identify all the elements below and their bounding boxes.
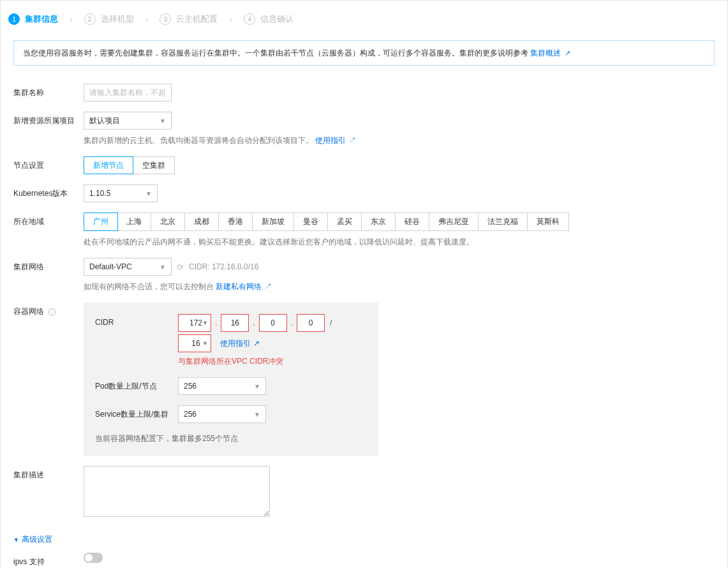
step-2-label: 选择机型 bbox=[101, 13, 134, 25]
region-tab-siliconvalley[interactable]: 硅谷 bbox=[396, 213, 429, 230]
network-select[interactable]: Default-VPC ▼ bbox=[84, 258, 172, 276]
chevron-down-icon: ▼ bbox=[202, 340, 208, 347]
chevron-down-icon: ▼ bbox=[145, 190, 152, 197]
pods-limit-select[interactable]: 256 ▼ bbox=[178, 377, 266, 395]
cidr-dot: . bbox=[251, 318, 256, 327]
cluster-name-input[interactable] bbox=[84, 84, 172, 101]
step-4[interactable]: 4 信息确认 bbox=[244, 13, 293, 25]
step-2[interactable]: 2 选择机型 bbox=[84, 13, 134, 25]
info-banner: 当您使用容器服务时，需要先创建集群，容器服务运行在集群中。一个集群由若干节点（云… bbox=[13, 40, 715, 66]
region-tab-guangzhou[interactable]: 广州 bbox=[84, 213, 118, 231]
step-3-label: 云主机配置 bbox=[176, 13, 218, 25]
network-help-link[interactable]: 新建私有网络 bbox=[216, 282, 262, 291]
k8s-version-select[interactable]: 1.10.5 ▼ bbox=[84, 184, 158, 202]
step-2-number: 2 bbox=[84, 13, 96, 25]
external-link-icon: ↗ bbox=[253, 339, 260, 348]
external-link-icon: ↗ bbox=[565, 49, 570, 57]
step-1-number: 1 bbox=[8, 13, 20, 25]
pods-limit-value: 256 bbox=[184, 382, 197, 391]
cidr-label: CIDR bbox=[95, 314, 178, 327]
cidr-octet-1-select[interactable]: 172 ▼ bbox=[178, 314, 211, 332]
stepper: 1 集群信息 › 2 选择机型 › 3 云主机配置 › 4 信息确认 bbox=[1, 1, 727, 30]
network-label: 集群网络 bbox=[13, 258, 84, 273]
region-help: 处在不同地域的云产品内网不通，购买后不能更换。建议选择靠近您客户的地域，以降低访… bbox=[84, 236, 715, 248]
region-tab-mumbai[interactable]: 孟买 bbox=[328, 213, 362, 230]
container-net-note: 当前容器网络配置下，集群最多255个节点 bbox=[95, 433, 367, 444]
region-tab-beijing[interactable]: 北京 bbox=[151, 213, 185, 230]
cidr-octet-1-value: 172 bbox=[189, 318, 202, 327]
k8s-version-value: 1.10.5 bbox=[89, 189, 110, 198]
network-help: 如现有的网络不合适，您可以去控制台 新建私有网络 ↗ bbox=[84, 281, 715, 292]
step-separator-icon: › bbox=[70, 14, 73, 24]
network-help-text: 如现有的网络不合适，您可以去控制台 bbox=[84, 282, 216, 291]
cidr-error-text: 与集群网络所在VPC CIDR冲突 bbox=[178, 356, 367, 367]
step-separator-icon: › bbox=[145, 14, 149, 24]
region-tab-shanghai[interactable]: 上海 bbox=[117, 213, 151, 230]
cidr-dot: . bbox=[290, 318, 294, 327]
chevron-down-icon: ▼ bbox=[202, 320, 208, 326]
chevron-down-icon: ▼ bbox=[160, 117, 166, 124]
project-select-value: 默认项目 bbox=[89, 116, 120, 126]
pods-limit-label: Pod数量上限/节点 bbox=[95, 381, 178, 392]
refresh-icon[interactable]: ⟳ bbox=[177, 262, 184, 272]
external-link-icon: ↗ bbox=[348, 136, 356, 145]
services-limit-label: Service数量上限/集群 bbox=[95, 409, 178, 420]
chevron-down-icon: ▼ bbox=[254, 383, 260, 390]
region-tab-chengdu[interactable]: 成都 bbox=[185, 213, 219, 230]
info-icon[interactable]: i bbox=[48, 308, 56, 316]
node-setting-label: 节点设置 bbox=[13, 156, 84, 171]
region-tab-virginia[interactable]: 弗吉尼亚 bbox=[429, 213, 479, 230]
network-cidr-text: CIDR: 172.16.0.0/16 bbox=[189, 262, 258, 271]
step-1[interactable]: 1 集群信息 bbox=[8, 13, 58, 25]
cidr-help-link[interactable]: 使用指引 bbox=[220, 338, 251, 349]
network-select-value: Default-VPC bbox=[89, 262, 132, 271]
cidr-dot: . bbox=[214, 318, 218, 327]
cidr-mask-value: 16 bbox=[191, 339, 200, 348]
project-help-text: 集群内新增的云主机、负载均衡器等资源将会自动分配到该项目下。 bbox=[84, 136, 313, 145]
node-setting-segmented: 新增节点 空集群 bbox=[84, 156, 175, 174]
step-3-number: 3 bbox=[160, 13, 171, 25]
step-3[interactable]: 3 云主机配置 bbox=[160, 13, 218, 25]
node-setting-add-node[interactable]: 新增节点 bbox=[84, 156, 133, 174]
cluster-name-label: 集群名称 bbox=[13, 84, 84, 98]
step-1-label: 集群信息 bbox=[25, 13, 58, 25]
region-tab-bangkok[interactable]: 曼谷 bbox=[294, 213, 328, 230]
region-tab-frankfurt[interactable]: 法兰克福 bbox=[479, 213, 528, 230]
desc-textarea[interactable] bbox=[84, 466, 270, 517]
project-help-link[interactable]: 使用指引 bbox=[315, 136, 346, 145]
external-link-icon: ↗ bbox=[264, 282, 272, 291]
container-net-label-text: 容器网络 bbox=[13, 307, 44, 316]
cidr-octet-3-input[interactable]: 0 bbox=[259, 314, 287, 332]
chevron-down-icon: ▼ bbox=[254, 411, 260, 418]
step-separator-icon: › bbox=[229, 14, 232, 24]
step-4-label: 信息确认 bbox=[260, 13, 293, 25]
advanced-toggle-label: 高级设置 bbox=[22, 534, 52, 545]
region-tab-singapore[interactable]: 新加坡 bbox=[253, 213, 294, 230]
region-tab-moscow[interactable]: 莫斯科 bbox=[528, 213, 568, 230]
step-4-number: 4 bbox=[244, 13, 255, 25]
ipvs-switch[interactable] bbox=[84, 553, 103, 563]
cidr-octet-4-input[interactable]: 0 bbox=[297, 314, 325, 332]
region-tab-hongkong[interactable]: 香港 bbox=[219, 213, 253, 230]
region-tabs: 广州 上海 北京 成都 香港 新加坡 曼谷 孟买 东京 硅谷 弗吉尼亚 法兰克福… bbox=[84, 213, 569, 231]
services-limit-value: 256 bbox=[184, 410, 197, 419]
project-help: 集群内新增的云主机、负载均衡器等资源将会自动分配到该项目下。 使用指引 ↗ bbox=[84, 135, 715, 146]
cidr-octet-2-input[interactable]: 16 bbox=[221, 314, 249, 332]
cidr-slash: / bbox=[327, 318, 334, 327]
project-select[interactable]: 默认项目 ▼ bbox=[84, 112, 172, 130]
container-net-label: 容器网络 i bbox=[13, 303, 84, 317]
services-limit-select[interactable]: 256 ▼ bbox=[178, 405, 266, 423]
cidr-mask-select[interactable]: 16 ▼ bbox=[178, 334, 211, 352]
container-net-panel: CIDR 172 ▼ . 16 . 0 . bbox=[84, 303, 378, 456]
project-label: 新增资源所属项目 bbox=[13, 112, 84, 126]
advanced-toggle[interactable]: ▼ 高级设置 bbox=[13, 534, 715, 545]
region-tab-tokyo[interactable]: 东京 bbox=[362, 213, 396, 230]
region-label: 所在地域 bbox=[13, 213, 84, 227]
info-banner-text: 当您使用容器服务时，需要先创建集群，容器服务运行在集群中。一个集群由若干节点（云… bbox=[23, 49, 530, 57]
node-setting-empty-cluster[interactable]: 空集群 bbox=[133, 156, 175, 174]
chevron-down-icon: ▼ bbox=[160, 264, 166, 271]
k8s-version-label: Kubernetes版本 bbox=[13, 184, 84, 199]
triangle-down-icon: ▼ bbox=[13, 537, 19, 543]
info-banner-link[interactable]: 集群概述 bbox=[530, 49, 561, 57]
desc-label: 集群描述 bbox=[13, 466, 84, 481]
